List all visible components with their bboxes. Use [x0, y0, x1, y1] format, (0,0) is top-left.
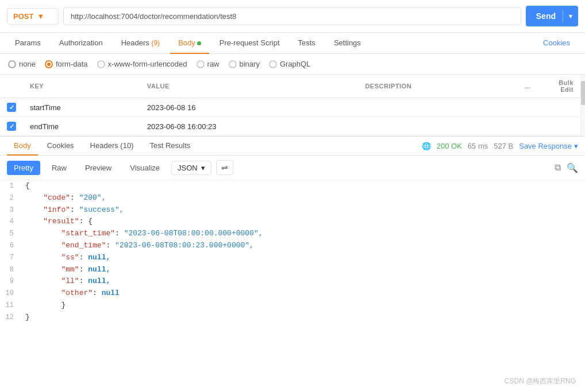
method-chevron: ▼ — [37, 12, 44, 21]
fmt-tab-pretty[interactable]: Pretty — [7, 161, 40, 175]
status-code: 200 OK — [437, 142, 462, 150]
radio-raw — [197, 60, 205, 68]
format-type-select[interactable]: JSON ▾ — [171, 161, 211, 175]
row1-value[interactable]: 2023-06-08 16 — [140, 98, 359, 117]
body-options: none form-data x-www-form-urlencoded raw… — [0, 54, 585, 75]
resp-tab-headers[interactable]: Headers (10) — [83, 137, 141, 156]
top-bar: POST ▼ Send ▾ — [0, 0, 585, 33]
tab-prerequest[interactable]: Pre-request Script — [211, 33, 288, 54]
fmt-tab-visualize[interactable]: Visualize — [123, 161, 167, 175]
method-select[interactable]: POST ▼ — [7, 8, 59, 25]
format-chevron: ▾ — [201, 164, 205, 172]
wrap-toggle[interactable]: ⇌ — [216, 160, 233, 175]
response-time: 65 ms — [468, 142, 488, 150]
tab-body[interactable]: Body — [170, 33, 209, 54]
col-value: VALUE — [140, 75, 359, 98]
json-line: 7 "ss": null, — [0, 252, 585, 264]
tab-cookies[interactable]: Cookies — [535, 33, 578, 54]
row1-checkbox[interactable] — [7, 103, 16, 112]
json-response-body: 1{2 "code": "200",3 "info": "success",4 … — [0, 180, 585, 341]
globe-icon: 🌐 — [422, 142, 431, 150]
send-button[interactable]: Send ▾ — [526, 6, 578, 26]
json-line: 12} — [0, 312, 585, 324]
json-line: 8 "mm": null, — [0, 264, 585, 276]
headers-badge: (9) — [151, 39, 160, 47]
col-actions: ... — [516, 75, 539, 98]
col-bulkedit[interactable]: Bulk Edit — [539, 75, 585, 98]
tab-settings[interactable]: Settings — [326, 33, 369, 54]
json-line: 2 "code": "200", — [0, 192, 585, 204]
tab-headers[interactable]: Headers (9) — [113, 33, 168, 54]
option-urlencoded[interactable]: x-www-form-urlencoded — [97, 60, 187, 68]
option-raw[interactable]: raw — [197, 60, 220, 68]
save-response-button[interactable]: Save Response ▾ — [519, 142, 578, 150]
tab-params[interactable]: Params — [7, 33, 49, 54]
send-arrow: ▾ — [563, 13, 578, 20]
option-binary[interactable]: binary — [229, 60, 260, 68]
copy-icon[interactable]: ⧉ — [555, 162, 561, 173]
json-line: 1{ — [0, 180, 585, 192]
json-line: 6 "end_time": "2023-06-08T08:00:23.000+0… — [0, 240, 585, 252]
search-icon[interactable]: 🔍 — [567, 162, 578, 173]
request-tab-bar: Params Authorization Headers (9) Body Pr… — [0, 33, 585, 54]
radio-urlencoded — [97, 60, 105, 68]
option-formdata[interactable]: form-data — [45, 60, 88, 68]
fmt-tab-raw[interactable]: Raw — [45, 161, 74, 175]
option-none[interactable]: none — [8, 60, 36, 68]
table-scrollbar[interactable] — [580, 75, 585, 136]
tab-authorization[interactable]: Authorization — [51, 33, 111, 54]
row1-description[interactable] — [358, 98, 516, 117]
resp-tab-testresults[interactable]: Test Results — [143, 137, 197, 156]
send-label: Send — [536, 11, 563, 21]
body-dot — [197, 41, 201, 45]
col-description: DESCRIPTION — [358, 75, 516, 98]
action-icons: ⧉ 🔍 — [555, 162, 578, 173]
method-label: POST — [13, 12, 33, 21]
row2-key[interactable]: endTime — [23, 117, 140, 136]
resp-tab-cookies[interactable]: Cookies — [40, 137, 81, 156]
table-row: endTime 2023-06-08 16:00:23 — [0, 117, 585, 136]
fmt-tab-preview[interactable]: Preview — [78, 161, 118, 175]
row2-checkbox[interactable] — [7, 122, 16, 131]
table-row: startTime 2023-06-08 16 — [0, 98, 585, 117]
watermark: CSDN @梅西库里RNG — [505, 377, 576, 386]
format-type-label: JSON — [178, 164, 198, 172]
radio-none — [8, 60, 16, 68]
radio-graphql — [269, 60, 277, 68]
url-input[interactable] — [63, 7, 521, 25]
col-key: KEY — [23, 75, 140, 98]
response-status-bar: 🌐 200 OK 65 ms 527 B Save Response ▾ — [422, 142, 578, 150]
json-line: 9 "ll": null, — [0, 275, 585, 288]
row2-description[interactable] — [358, 117, 516, 136]
option-graphql[interactable]: GraphQL — [269, 60, 310, 68]
json-line: 11 } — [0, 300, 585, 312]
radio-formdata — [45, 60, 53, 68]
radio-binary — [229, 60, 237, 68]
response-tab-bar: Body Cookies Headers (10) Test Results 🌐… — [0, 136, 585, 156]
tab-tests[interactable]: Tests — [290, 33, 324, 54]
params-table-container: KEY VALUE DESCRIPTION ... Bulk Edit star… — [0, 75, 585, 136]
resp-tab-body[interactable]: Body — [7, 137, 38, 156]
row2-value[interactable]: 2023-06-08 16:00:23 — [140, 117, 359, 136]
response-size: 527 B — [494, 142, 513, 150]
json-line: 3 "info": "success", — [0, 204, 585, 216]
json-line: 4 "result": { — [0, 216, 585, 228]
row1-key[interactable]: startTime — [23, 98, 140, 117]
params-table: KEY VALUE DESCRIPTION ... Bulk Edit star… — [0, 75, 585, 136]
json-line: 10 "other": null — [0, 288, 585, 300]
save-response-arrow: ▾ — [574, 142, 578, 150]
response-format-bar: Pretty Raw Preview Visualize JSON ▾ ⇌ ⧉ … — [0, 156, 585, 180]
json-line: 5 "start_time": "2023-06-08T08:00:00.000… — [0, 228, 585, 240]
